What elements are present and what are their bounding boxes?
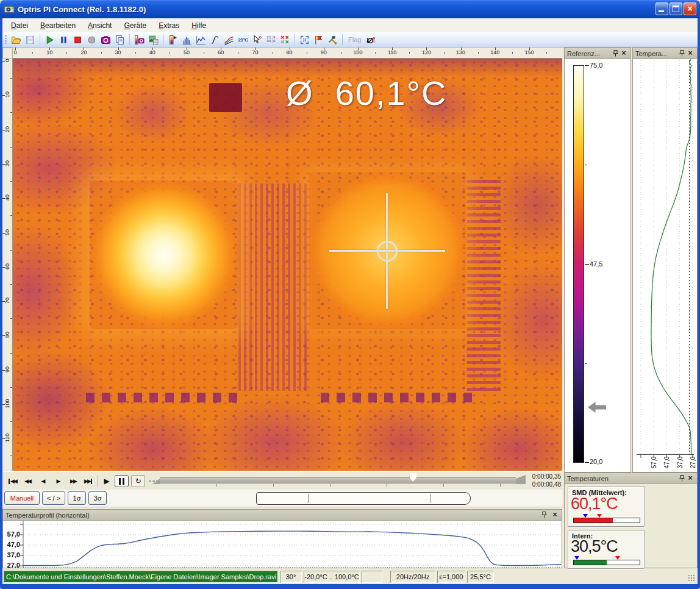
scale-min-label: 20,0 [590,458,602,465]
temp-display-icon[interactable]: 21°C [237,34,249,46]
ruler-tick [324,48,324,50]
ruler-tick [15,48,16,50]
horizontal-profile-body: 57,047,037,027,0 [3,521,562,568]
close-icon[interactable]: × [686,474,695,482]
horizontal-profile-header[interactable]: Temperaturprofil (horizontal) × [3,510,562,521]
ruler-minor-tick [409,52,410,54]
copy-icon[interactable] [113,34,126,46]
smd-measure-box: SMD (Mittelwert): 60,1°C [568,487,645,527]
status-optics: 30° [280,571,302,583]
app-icon [4,4,15,15]
temp-time-curve-icon[interactable] [209,34,221,46]
menu-ansicht[interactable]: Ansicht [82,20,118,32]
manual-scale-button[interactable]: Manuell [4,491,40,505]
rewind-button[interactable]: ◀◀ [20,475,35,487]
skip-start-button[interactable]: ◀◀ [5,475,20,487]
reference-panel-header[interactable]: Referenz... × [565,48,630,59]
minmax-scale-button[interactable]: < / > [42,491,65,505]
reference-arrow-marker[interactable] [588,402,606,413]
pin-icon[interactable] [611,49,620,57]
multi-profile-icon[interactable] [223,34,235,46]
flag-color-icon[interactable] [312,34,325,46]
pin-icon[interactable] [677,49,686,57]
fast-forward-button[interactable]: ▶▶ [66,475,80,487]
step-back-button[interactable]: ◀ [35,475,50,487]
timeline-track[interactable] [160,477,516,484]
ruler-tick [221,48,221,50]
range-handle-high[interactable] [430,494,430,503]
close-button[interactable]: × [684,2,696,15]
ruler-minor-tick [10,318,12,319]
skip-end-button[interactable]: ▶▶ [81,475,96,487]
menu-geraete[interactable]: Geräte [118,20,152,32]
save-icon[interactable] [24,34,37,46]
range-handle-low[interactable] [308,494,309,503]
ruler-label: 50 [179,49,194,55]
ruler-label: 30 [111,49,126,55]
zoom-fit-icon[interactable] [298,34,311,46]
pcb-component-row [86,393,245,402]
record-gray-icon[interactable] [85,34,98,46]
palette-icon[interactable] [166,34,179,46]
palette-snapshot-icon[interactable] [133,34,146,46]
vertical-profile-header[interactable]: Tempera... × [633,48,697,59]
title-bar[interactable]: Optris PI Connect (Rel. 1.8.1182.0) × [0,0,700,18]
digits-display-icon[interactable]: 21¦891¦0 [265,34,277,46]
status-bar: C:\Dokumente und Einstellungen\Steffen.M… [2,569,698,584]
cursor-temp-icon[interactable] [251,34,263,46]
sigma3-button[interactable]: 3σ [88,491,107,505]
step-forward-button[interactable]: ▶ [51,475,65,487]
menu-bearbeiten[interactable]: Bearbeiten [34,20,82,32]
average-marker-icon[interactable] [365,34,377,46]
ruler-tick [2,267,5,268]
pause-button[interactable] [115,475,129,487]
ruler-tick [529,48,530,50]
temperatures-header[interactable]: Temperaturen × [565,473,697,484]
ruler-tick [2,95,5,96]
scale-range-slider[interactable] [256,492,471,505]
ruler-minor-tick [512,52,513,54]
histogram-icon[interactable] [180,34,193,46]
delete-measure-icon[interactable] [279,34,291,46]
close-icon[interactable]: × [551,511,559,519]
ruler-label: 50 [4,225,10,240]
smd-level-fill [574,518,613,523]
toolbar-grip[interactable] [5,35,7,45]
maximize-button[interactable] [670,2,682,15]
minimize-button[interactable] [655,2,668,15]
image-export-icon[interactable] [147,34,160,46]
temperature-colorbar[interactable] [573,65,584,463]
flag-button[interactable]: Flag [346,36,363,43]
snapshot-icon[interactable] [99,34,112,46]
ruler-label: 60 [213,49,228,55]
crosshair-circle[interactable] [377,241,398,262]
menu-hilfe[interactable]: Hilfe [185,20,212,32]
record-icon[interactable] [71,34,84,46]
ruler-tick [2,370,5,371]
play-button[interactable]: ▶ [101,475,113,487]
menu-extras[interactable]: Extras [152,20,185,32]
intern-level-fill [574,560,607,565]
sigma1-button[interactable]: 1σ [68,491,86,505]
timeline-tick [330,484,330,487]
pin-icon[interactable] [677,474,686,482]
ruler-tick [255,48,255,50]
thermal-image-view[interactable]: Ø 60,1°C [13,59,562,471]
ruler-tick [495,48,496,50]
resize-grip[interactable] [688,574,695,582]
close-icon[interactable]: × [620,49,628,57]
status-frame-rate: 20Hz/20Hz [390,571,435,583]
ruler-minor-tick [10,387,12,388]
tools-icon[interactable] [326,34,339,46]
open-file-icon[interactable] [10,34,23,46]
pause-icon[interactable] [57,34,70,46]
play-icon[interactable] [43,34,56,46]
scale-mid-label: 47,5 [590,260,602,268]
ruler-label: 30 [4,156,10,171]
ruler-tick [461,48,462,50]
profile-chart-icon[interactable] [195,34,207,46]
close-icon[interactable]: × [686,49,695,57]
pin-icon[interactable] [540,511,548,519]
menu-datei[interactable]: Datei [5,20,34,32]
loop-button[interactable]: ↻ [131,475,145,487]
